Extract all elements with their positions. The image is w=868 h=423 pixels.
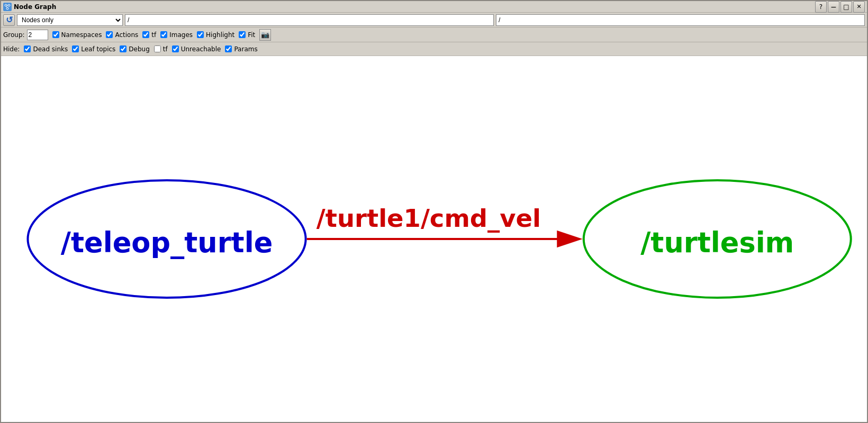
params-checkbox[interactable] <box>225 45 232 52</box>
tf2-label: tf <box>163 45 168 53</box>
toolbar-row2: Group: Namespaces Actions tf Images <box>1 27 867 42</box>
svg-point-2 <box>6 7 8 10</box>
filter-input-1[interactable] <box>125 14 494 26</box>
svg-point-1 <box>8 4 10 6</box>
fit-group: Fit <box>239 31 255 39</box>
filter-input-2[interactable] <box>496 14 865 26</box>
unreachable-label: Unreachable <box>181 45 221 53</box>
tf-checkbox[interactable] <box>142 31 149 38</box>
images-checkbox[interactable] <box>160 31 167 38</box>
highlight-checkbox[interactable] <box>197 31 204 38</box>
leaf-topics-group: Leaf topics <box>72 45 115 53</box>
actions-group: Actions <box>106 31 138 39</box>
actions-label: Actions <box>115 31 138 39</box>
minimize-icon-btn[interactable]: − <box>828 1 839 13</box>
title-bar: Node Graph ? − □ ✕ <box>1 1 867 13</box>
group-number-input[interactable] <box>27 30 48 40</box>
toolbar-row1: ↺ Nodes only Nodes/Topics Topics only <box>1 13 867 27</box>
tf2-checkbox[interactable] <box>154 45 161 52</box>
close-label: ✕ <box>856 3 861 10</box>
params-label: Params <box>234 45 257 53</box>
namespaces-checkbox[interactable] <box>52 31 59 38</box>
group-label-group: Group: <box>3 30 48 40</box>
window-title: Node Graph <box>14 3 815 11</box>
close-icon-btn[interactable]: ✕ <box>853 1 865 13</box>
toolbar-row3: Hide: Dead sinks Leaf topics Debug tf Un… <box>1 42 867 56</box>
actions-checkbox[interactable] <box>106 31 113 38</box>
minus-label: − <box>830 3 837 11</box>
debug-checkbox[interactable] <box>120 45 126 52</box>
svg-point-0 <box>5 4 7 6</box>
namespaces-label: Namespaces <box>61 31 102 39</box>
debug-group: Debug <box>120 45 149 53</box>
dead-sinks-checkbox[interactable] <box>24 45 31 52</box>
refresh-icon: ↺ <box>6 15 13 25</box>
tf-label: tf <box>151 31 156 39</box>
unreachable-checkbox[interactable] <box>172 45 179 52</box>
refresh-button[interactable]: ↺ <box>3 14 15 26</box>
highlight-group: Highlight <box>197 31 234 39</box>
screenshot-button[interactable]: 📷 <box>259 29 271 41</box>
dead-sinks-label: Dead sinks <box>33 45 68 53</box>
view-mode-dropdown[interactable]: Nodes only Nodes/Topics Topics only <box>17 14 123 26</box>
main-content: ↺ Nodes only Nodes/Topics Topics only Gr… <box>1 13 867 422</box>
app-icon <box>3 3 12 11</box>
debug-label: Debug <box>129 45 149 53</box>
edge-label: /turtle1/cmd_vel <box>317 204 541 233</box>
node-teleop-turtle-label: /teleop_turtle <box>61 226 273 259</box>
help-label: ? <box>819 3 822 11</box>
group-label: Group: <box>3 31 25 39</box>
highlight-label: Highlight <box>206 31 234 39</box>
svg-line-4 <box>6 6 7 7</box>
dead-sinks-group: Dead sinks <box>24 45 68 53</box>
fit-label: Fit <box>248 31 255 39</box>
window-top-right: ? − □ ✕ <box>815 1 865 13</box>
unreachable-group: Unreachable <box>172 45 221 53</box>
params-group: Params <box>225 45 257 53</box>
tf2-group: tf <box>154 45 168 53</box>
main-window: Node Graph ? − □ ✕ ↺ Nodes only Nodes/To <box>0 0 868 423</box>
hide-label: Hide: <box>3 45 20 53</box>
restore-label: □ <box>843 3 849 11</box>
images-group: Images <box>160 31 193 39</box>
fit-checkbox[interactable] <box>239 31 246 38</box>
leaf-topics-checkbox[interactable] <box>72 45 79 52</box>
namespaces-group: Namespaces <box>52 31 102 39</box>
node-turtlesim-label: /turtlesim <box>640 226 794 259</box>
graph-canvas[interactable]: /teleop_turtle /turtle1/cmd_vel /turtles… <box>1 56 867 422</box>
tf-group: tf <box>142 31 156 39</box>
help-icon-btn[interactable]: ? <box>815 1 827 13</box>
images-label: Images <box>169 31 193 39</box>
leaf-topics-label: Leaf topics <box>81 45 115 53</box>
graph-svg: /teleop_turtle /turtle1/cmd_vel /turtles… <box>1 56 867 422</box>
restore-icon-btn[interactable]: □ <box>840 1 852 13</box>
